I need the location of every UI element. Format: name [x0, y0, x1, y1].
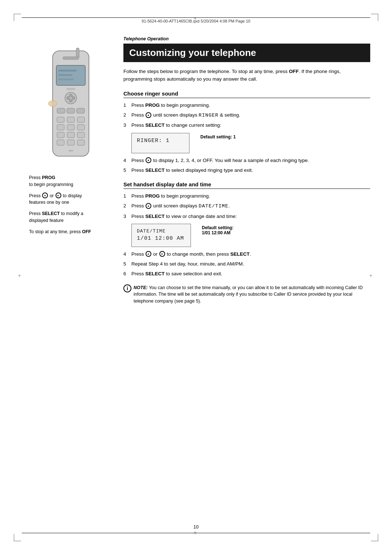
step-2-2: 2 Press until screen displays DATE/TIME. — [123, 202, 370, 210]
up-icon-s2-2 — [146, 203, 151, 209]
left-press-arrows: Press or to displayfeatures one by one — [29, 193, 113, 206]
down-icon-s2-4b — [159, 251, 165, 257]
note-text: You can choose to set the time manually,… — [134, 285, 363, 304]
step-1-4: 4 Press to display 1, 2, 3, 4, or OFF. Y… — [123, 157, 370, 164]
telephone-operation-label: Telephone Operation — [123, 36, 370, 41]
svg-rect-19 — [77, 117, 85, 122]
svg-rect-28 — [77, 140, 85, 145]
datetime-display-line1: DATE/TIME — [137, 228, 184, 234]
section2-steps: 1 Press PROG to begin programming. 2 Pre… — [123, 193, 370, 220]
note-box: i NOTE: You can choose to set the time m… — [123, 284, 370, 305]
page-number: 10 — [0, 524, 392, 530]
svg-rect-16 — [77, 108, 85, 113]
up-arrow-icon — [42, 193, 48, 198]
left-press-select: Press SELECT to modify adisplayed featur… — [29, 210, 113, 224]
up-icon-s2-4a — [146, 251, 151, 257]
step-1-1: 1 Press PROG to begin programming. — [123, 102, 370, 109]
svg-rect-23 — [57, 132, 64, 138]
phone-illustration — [42, 47, 100, 163]
left-press-off: To stop at any time, press OFF — [29, 228, 113, 235]
step-2-1: 1 Press PROG to begin programming. — [123, 193, 370, 200]
footer-line — [22, 533, 370, 533]
press-label-2: Press — [29, 193, 42, 198]
step-1-3: 3 Press SELECT to change current setting… — [123, 122, 370, 129]
ringer-display-box: RINGER: 1 — [131, 133, 189, 153]
svg-rect-15 — [67, 108, 75, 113]
svg-rect-25 — [77, 132, 85, 138]
left-instructions: Press PROG to begin programming Press or… — [29, 174, 113, 235]
svg-point-13 — [69, 96, 73, 100]
phone-image-area — [34, 44, 107, 167]
header-line — [22, 17, 370, 18]
svg-rect-20 — [57, 125, 64, 130]
intro-text: Follow the steps below to program the te… — [123, 68, 370, 83]
datetime-display-line2: 1/01 12:00 AM — [137, 235, 184, 242]
step-2-5: 5 Repeat Step 4 to set day, hour, minute… — [123, 260, 370, 268]
ringer-default-setting: Default setting: 1 — [200, 133, 236, 139]
step-2-4: 4 Press or to change month, then press S… — [123, 251, 370, 258]
step-2-3: 3 Press SELECT to view or change date an… — [123, 213, 370, 220]
section1-heading: Choose ringer sound — [123, 90, 370, 98]
step-1-5: 5 Press SELECT to select displayed ringi… — [123, 167, 370, 174]
svg-rect-14 — [57, 108, 65, 113]
svg-point-29 — [69, 150, 70, 151]
info-icon: i — [123, 284, 131, 292]
svg-rect-27 — [67, 140, 74, 145]
svg-rect-17 — [57, 117, 64, 122]
ringer-display-line1: RINGER: 1 — [137, 138, 183, 144]
svg-point-31 — [72, 150, 73, 151]
svg-rect-24 — [67, 132, 74, 138]
note-label: NOTE: — [134, 285, 148, 290]
section1-steps-cont: 4 Press to display 1, 2, 3, 4, or OFF. Y… — [123, 157, 370, 174]
up-icon-s1-4 — [146, 157, 151, 163]
svg-rect-22 — [77, 125, 85, 130]
svg-rect-2 — [63, 57, 79, 60]
svg-rect-6 — [58, 78, 74, 80]
up-icon-s1-2 — [146, 112, 151, 118]
svg-rect-21 — [67, 125, 74, 130]
step-1-2: 2 Press until screen displays RINGER & s… — [123, 112, 370, 119]
left-press-prog: Press PROG to begin programming — [29, 174, 113, 188]
reg-mark-br — [371, 534, 378, 541]
datetime-display-box: DATE/TIME 1/01 12:00 AM — [131, 224, 191, 247]
svg-rect-26 — [57, 140, 64, 145]
section2-steps-cont: 4 Press or to change month, then press S… — [123, 251, 370, 278]
svg-rect-18 — [67, 117, 74, 122]
header-text: 91-5624-40-00-ATT1465CIB.qxd 5/20/2004 4… — [0, 19, 392, 23]
right-column: Telephone Operation Customizing your tel… — [123, 36, 370, 305]
svg-rect-7 — [66, 88, 75, 90]
section-title-banner: Customizing your telephone — [123, 44, 370, 62]
datetime-default-setting: Default setting: 1/01 12:00 AM — [202, 224, 233, 235]
cross-left — [17, 275, 23, 280]
section2-heading: Set handset display date and time — [123, 181, 370, 189]
down-arrow-icon — [56, 193, 61, 198]
section1-steps: 1 Press PROG to begin programming. 2 Pre… — [123, 102, 370, 129]
left-column: Press PROG to begin programming Press or… — [29, 44, 113, 239]
reg-mark-bl — [14, 534, 21, 541]
datetime-display-wrapper: DATE/TIME 1/01 12:00 AM Default setting:… — [131, 224, 370, 247]
step-2-6: 6 Press SELECT to save selection and exi… — [123, 270, 370, 278]
svg-point-30 — [70, 150, 72, 151]
ringer-display-wrapper: RINGER: 1 Default setting: 1 — [131, 133, 370, 153]
svg-rect-4 — [58, 70, 77, 72]
page-container: 91-5624-40-00-ATT1465CIB.qxd 5/20/2004 4… — [0, 0, 392, 555]
svg-point-32 — [48, 101, 57, 106]
svg-rect-5 — [58, 74, 72, 76]
